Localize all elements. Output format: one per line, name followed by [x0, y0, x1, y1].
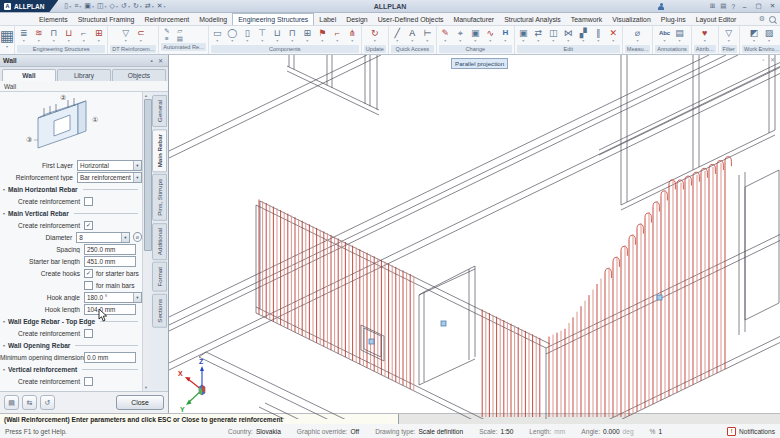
match-properties-icon[interactable]: ▣ — [468, 27, 483, 43]
hook-bar-icon[interactable]: ⌐ — [330, 27, 345, 43]
offset-icon[interactable]: ∥ — [591, 27, 606, 43]
allplan-connect-icon[interactable]: ⊞ — [710, 2, 715, 10]
tab-plug-ins[interactable]: Plug-ins — [656, 13, 691, 25]
project-list-icon[interactable]: ≡ — [74, 1, 81, 12]
bar-shape-button[interactable]: ▦ — [0, 26, 15, 54]
allplan-logo[interactable]: A ALLPLAN — [0, 0, 58, 12]
tab-structural-framing[interactable]: Structural Framing — [73, 13, 140, 25]
text-icon[interactable]: A — [405, 27, 420, 43]
round-wall-icon[interactable]: ◯ — [225, 27, 240, 43]
reset-icon[interactable]: ↺ — [40, 395, 55, 410]
dimension-line-icon[interactable]: ⊢ — [420, 27, 435, 43]
side-tab-main-rebar[interactable]: Main Rebar — [152, 129, 167, 172]
viewport[interactable]: X Z Y Parallel projection ▫ ✕ — [169, 55, 780, 413]
status-length-unit[interactable]: Length:mm — [521, 428, 573, 435]
dropdown-arrow-icon[interactable] — [133, 293, 141, 302]
reinforcement-type-select[interactable]: Bar reinforcement — [77, 172, 142, 183]
spline-edit-icon[interactable]: ∿ — [483, 27, 498, 43]
scrollbar-thumb[interactable] — [144, 99, 152, 251]
copy-icon[interactable]: ▣ — [516, 27, 531, 43]
create-edge-reinforcement-checkbox[interactable] — [84, 329, 93, 338]
tab-modeling[interactable]: Modeling — [194, 13, 232, 25]
mirror-icon[interactable]: ⋈ — [561, 27, 576, 43]
panel-close-icon[interactable]: ✕ — [156, 57, 165, 64]
save-copy-icon[interactable]: ◫ — [97, 1, 107, 12]
auto-slab-icon[interactable]: ▱ — [177, 27, 182, 35]
side-tab-pins-stirrups[interactable]: Pins, Stirrups — [152, 174, 167, 221]
save-icon[interactable]: ▣ — [84, 1, 94, 12]
selection-handle[interactable] — [369, 339, 374, 344]
side-tab-general[interactable]: General — [152, 95, 167, 127]
tab-structural-analysis[interactable]: Structural Analysis — [499, 13, 566, 25]
layout-plane-icon[interactable]: ◩ — [747, 27, 762, 43]
wall-reinforcement-icon[interactable]: ⊔ — [61, 27, 76, 43]
section-main-horizontal-rebar[interactable]: Main Horizontal Rebar — [0, 183, 142, 195]
help-icon[interactable]: ? — [731, 3, 735, 10]
allplan-shop-icon[interactable]: ▤ — [720, 2, 726, 10]
slab-reinforcement-icon[interactable]: ≋ — [31, 27, 46, 43]
text-label-icon[interactable]: Abc — [657, 27, 672, 43]
hook-angle-select[interactable]: 180.0 ° — [84, 292, 142, 303]
vertical-rebar-left-wall[interactable] — [259, 199, 540, 417]
tab-visualization[interactable]: Visualization — [607, 13, 656, 25]
workspace-icon[interactable]: ▨ — [762, 27, 777, 43]
first-layer-select[interactable]: Horizontal — [77, 160, 142, 171]
hooks-starter-bars-checkbox[interactable] — [84, 269, 93, 278]
minimize-button[interactable]: – — [740, 3, 749, 10]
status-percent[interactable]: %1 — [642, 428, 671, 435]
notifications-button[interactable]: ! Notifications — [727, 427, 775, 436]
min-opening-input[interactable]: 0.0 mm — [84, 352, 136, 363]
close-window-button[interactable]: ✕ — [768, 2, 777, 10]
tab-teamwork[interactable]: Teamwork — [566, 13, 607, 25]
tab-manufacturer[interactable]: Manufacturer — [449, 13, 500, 25]
measure-icon[interactable]: ⌀ — [630, 27, 645, 43]
beam-reinforcement-icon[interactable]: ≣ — [16, 27, 31, 43]
redo-icon[interactable]: ↻ — [133, 1, 142, 12]
viewport-window-controls[interactable]: ▫ ✕ — [762, 56, 777, 63]
rail-reinforcement-icon[interactable]: ⊂ — [133, 27, 148, 43]
user-account-icon[interactable] — [658, 3, 665, 10]
section-h-icon[interactable]: H — [498, 27, 513, 43]
stirrup-icon[interactable]: ⌐ — [76, 27, 91, 43]
tab-engineering-structures[interactable]: Engineering Structures — [232, 13, 314, 25]
punching-shear-icon[interactable]: ▽ — [118, 27, 133, 43]
target-snap-icon[interactable]: ⌖ — [453, 27, 468, 43]
tab-layout-editor[interactable]: Layout Editor — [691, 13, 742, 25]
new-file-icon[interactable]: ▯ — [64, 1, 71, 12]
tab-design[interactable]: Design — [341, 13, 372, 25]
line-icon[interactable]: ╱ — [390, 27, 405, 43]
modify-icon[interactable]: ✎ — [438, 27, 453, 43]
diameter-select[interactable]: 8 — [76, 232, 130, 243]
section-vertical-reinforcement[interactable]: Vertical reinforcement — [0, 363, 142, 375]
search-icon[interactable] — [769, 16, 776, 23]
panel-scrollbar[interactable] — [142, 92, 151, 391]
dropdown-arrow-icon[interactable] — [133, 173, 141, 182]
section-wall-opening-rebar[interactable]: Wall Opening Rebar — [0, 339, 142, 351]
create-vertical-reinforcement-checkbox[interactable] — [84, 221, 93, 230]
selection-handle[interactable] — [657, 295, 662, 300]
spacing-input[interactable]: 250.0 mm — [84, 244, 136, 255]
delete-icon[interactable]: ✕ — [606, 27, 621, 43]
column-icon[interactable]: ▯ — [240, 27, 255, 43]
attributes-icon[interactable]: ♥ — [697, 27, 712, 43]
section-wall-edge-rebar[interactable]: Wall Edge Rebar - Top Edge — [0, 315, 142, 327]
create-vertical2-reinforcement-checkbox[interactable] — [84, 377, 93, 386]
mushroom-column-icon[interactable]: ⊤ — [255, 27, 270, 43]
move-icon[interactable]: ⇄ — [531, 27, 546, 43]
side-tab-sections[interactable]: Sections — [152, 294, 167, 328]
panel-tab-wall[interactable]: Wall — [2, 69, 56, 81]
tab-label[interactable]: Label — [314, 13, 341, 25]
hooks-main-bars-checkbox[interactable] — [84, 281, 93, 290]
auto-mesh-icon[interactable]: ▤ — [177, 35, 183, 43]
filter-icon[interactable]: ▽ — [721, 27, 736, 43]
grid-icon[interactable]: ⊞ — [300, 27, 315, 43]
pin-icon[interactable]: ▪ — [147, 58, 156, 64]
print-icon[interactable]: ▤ — [4, 395, 19, 410]
side-tab-format[interactable]: Format — [152, 262, 167, 292]
close-button[interactable]: Close — [116, 395, 164, 410]
create-horizontal-reinforcement-checkbox[interactable] — [84, 197, 93, 206]
status-angle[interactable]: Angle:0.000deg — [573, 428, 641, 435]
tab-reinforcement[interactable]: Reinforcement — [139, 13, 194, 25]
align-icon[interactable]: ◫ — [546, 27, 561, 43]
auto-bars-icon[interactable]: ≡ — [165, 35, 169, 43]
